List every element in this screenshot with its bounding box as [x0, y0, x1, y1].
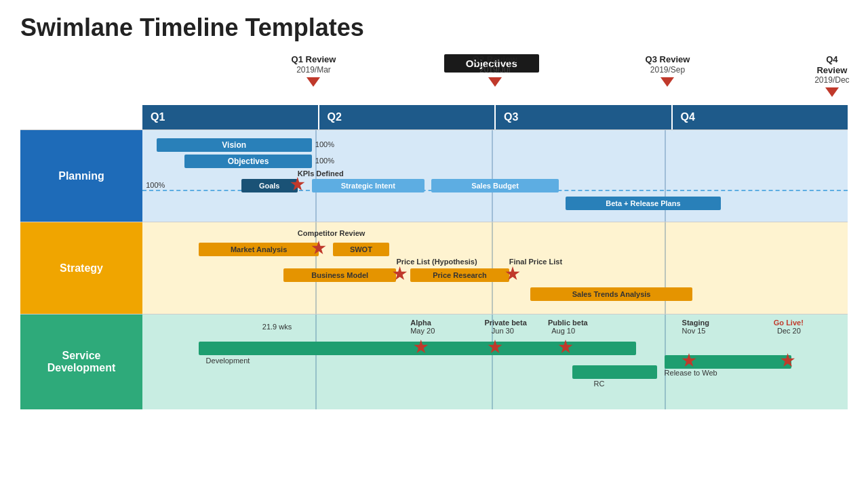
vision-pct: 100% [315, 140, 334, 148]
development-bar [199, 342, 636, 355]
main-container: Swimlane Timeline Templates Objectives Q… [0, 0, 868, 416]
strategic-intent-bar: Strategic Intent [312, 179, 425, 192]
milestone-q3: Q3 Review 2019/Sep [646, 54, 690, 87]
strategy-label: Strategy [20, 222, 142, 314]
goals-pct: 100% [146, 181, 165, 189]
quarter-q1: Q1 [142, 105, 319, 129]
milestone-q3-arrow [660, 77, 674, 87]
milestone-q4-label: Q4 Review [814, 54, 849, 75]
objectives-pct: 100% [315, 157, 334, 165]
rc-bar [572, 365, 657, 379]
swot-bar: SWOT [333, 243, 389, 256]
staging-date: Nov 15 [682, 327, 706, 335]
market-analysis-bar: Market Analysis [199, 243, 319, 256]
milestone-q2-label: Q2 Review [473, 54, 517, 65]
beta-plans-bar: Beta + Release Plans [566, 197, 721, 210]
alpha-label: Alpha [410, 319, 431, 327]
milestone-q4-date: 2019/Dec [814, 75, 849, 85]
quarter-q4: Q4 [673, 105, 848, 129]
rc-label: RC [594, 380, 605, 388]
milestone-q1-date: 2019/Mar [296, 65, 331, 75]
swimlane-planning: Planning Vision 100% Objectives 100% KPI… [20, 129, 848, 222]
objectives-bar: Objectives [184, 155, 311, 168]
milestone-q1-arrow [307, 77, 320, 87]
price-list-hypothesis-label: Price List (Hypothesis) [396, 258, 477, 266]
milestone-row: Objectives Q1 Review 2019/Mar Q2 Review … [142, 54, 848, 105]
planning-content: Vision 100% Objectives 100% KPIs Defined… [142, 130, 848, 222]
milestone-q3-label: Q3 Review [646, 54, 690, 65]
milestone-q2: Q2 Review 2019/Jul [473, 54, 517, 87]
page-title: Swimlane Timeline Templates [20, 14, 848, 42]
swimlane-service: Service Development 21.9 wks Alpha May 2… [20, 314, 848, 409]
timeline-body: Planning Vision 100% Objectives 100% KPI… [20, 129, 848, 409]
alpha-date: May 20 [410, 327, 435, 335]
quarter-q2: Q2 [319, 105, 496, 129]
golive-label: Go Live! [774, 319, 804, 327]
vision-bar: Vision [157, 138, 312, 152]
sales-trends-bar: Sales Trends Analysis [530, 287, 692, 301]
kpis-label: KPIs Defined [298, 169, 344, 178]
quarter-header: Q1 Q2 Q3 Q4 [142, 105, 848, 129]
service-content: 21.9 wks Alpha May 20 Private beta Jun 3… [142, 314, 848, 409]
public-beta-date: Aug 10 [551, 327, 575, 335]
milestone-q2-arrow [488, 77, 502, 87]
private-beta-label: Private beta [484, 319, 526, 327]
business-model-bar: Business Model [283, 268, 396, 282]
milestone-q4-arrow [825, 87, 839, 97]
golive-date: Dec 20 [777, 327, 801, 335]
quarter-q3: Q3 [496, 105, 673, 129]
sales-budget-bar: Sales Budget [431, 179, 558, 192]
staging-label: Staging [682, 319, 709, 327]
service-label: Service Development [20, 314, 142, 409]
competitor-review-label: Competitor Review [298, 229, 366, 237]
final-price-list-label: Final Price List [509, 258, 562, 266]
milestone-q2-date: 2019/Jul [479, 65, 510, 75]
release-web-bar [665, 355, 791, 369]
release-web-label: Release to Web [665, 369, 717, 377]
public-beta-label: Public beta [548, 319, 588, 327]
wks-label: 21.9 wks [262, 323, 292, 331]
planning-label: Planning [20, 130, 142, 222]
timeline-area: Objectives Q1 Review 2019/Mar Q2 Review … [20, 54, 848, 409]
swimlane-strategy: Strategy Competitor Review Market Analys… [20, 222, 848, 314]
strategy-content: Competitor Review Market Analysis SWOT P… [142, 222, 848, 314]
milestone-q4: Q4 Review 2019/Dec [814, 54, 849, 97]
milestone-q3-date: 2019/Sep [650, 65, 685, 75]
development-label: Development [206, 357, 250, 365]
price-research-bar: Price Research [410, 268, 509, 282]
milestone-q1: Q1 Review 2019/Mar [292, 54, 336, 87]
goals-bar: Goals [241, 179, 298, 192]
milestone-q1-label: Q1 Review [292, 54, 336, 65]
private-beta-date: Jun 30 [492, 327, 514, 335]
